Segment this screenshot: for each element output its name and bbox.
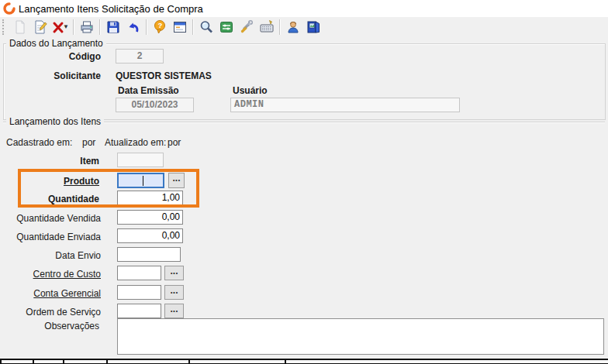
quantidade-vendida-label: Quantidade Vendida xyxy=(0,213,101,224)
help-button[interactable]: ? xyxy=(150,18,170,36)
text-caret xyxy=(143,176,143,186)
atualizado-por-label: por xyxy=(168,137,181,148)
help-icon: ? xyxy=(152,19,168,35)
window-title: Lançamento Itens Solicitação de Compra xyxy=(19,3,203,15)
toolbar-separator xyxy=(99,19,101,35)
itens-groupbox-caption: Lançamento dos Itens xyxy=(6,116,104,127)
quantidade-input[interactable]: 1,00 xyxy=(117,191,183,205)
form-window-button[interactable] xyxy=(170,18,190,36)
tools-icon xyxy=(239,19,254,35)
grid-header-strip[interactable] xyxy=(0,359,608,364)
new-document-icon xyxy=(12,19,28,35)
edit-document-icon xyxy=(33,19,48,35)
app-window: Lançamento Itens Solicitação de Compra ▼ xyxy=(0,0,608,364)
observacoes-textarea[interactable] xyxy=(117,318,604,355)
search-icon xyxy=(199,19,214,35)
grid-column-divider xyxy=(106,360,108,363)
cadastrado-por-label: por xyxy=(82,137,95,148)
quantidade-enviada-label: Quantidade Enviada xyxy=(0,232,101,242)
toolbar-separator xyxy=(279,19,281,35)
grid-column-divider xyxy=(33,360,34,363)
grid-column-divider xyxy=(63,360,64,363)
quantidade-enviada-input[interactable]: 0,00 xyxy=(117,228,183,243)
observacoes-label: Observações xyxy=(0,321,99,331)
toolbar-separator xyxy=(146,19,147,35)
toolbar-separator xyxy=(192,19,194,35)
quantidade-label: Quantidade xyxy=(0,194,99,204)
cadastrado-em-label: Cadastrado em: xyxy=(6,137,72,148)
user-icon xyxy=(285,19,301,35)
conta-gerencial-input[interactable] xyxy=(117,285,161,300)
quantidade-vendida-input[interactable]: 0,00 xyxy=(117,210,183,225)
delete-dropdown-caret-icon[interactable]: ▼ xyxy=(63,23,69,30)
item-label: Item xyxy=(0,156,99,167)
grid-column-divider xyxy=(285,360,286,363)
user-button[interactable] xyxy=(283,18,303,36)
data-emissao-label: Data Emissão xyxy=(118,85,179,96)
undo-button[interactable] xyxy=(123,18,143,36)
item-field xyxy=(117,153,164,167)
toolbar: ▼ xyxy=(0,17,608,36)
keyboard-icon xyxy=(259,19,275,35)
produto-browse-button[interactable]: ... xyxy=(168,173,185,188)
codigo-field: 2 xyxy=(116,49,164,64)
conta-gerencial-label: Conta Gerencial xyxy=(0,288,101,299)
codigo-label: Código xyxy=(0,51,101,62)
delete-button[interactable]: ▼ xyxy=(50,18,71,36)
tools-button[interactable] xyxy=(237,18,257,36)
ordem-de-servico-input[interactable] xyxy=(117,304,161,318)
save-button[interactable] xyxy=(103,18,123,36)
produto-input[interactable] xyxy=(117,173,164,188)
toolbar-separator xyxy=(73,19,74,35)
toolbar-grip[interactable] xyxy=(2,19,8,35)
form-window-icon xyxy=(172,19,188,35)
app-logo-icon xyxy=(3,2,16,17)
data-envio-label: Data Envio xyxy=(0,250,101,261)
exit-door-icon xyxy=(306,19,321,35)
title-bar: Lançamento Itens Solicitação de Compra xyxy=(0,0,608,17)
grid-column-divider xyxy=(188,360,190,363)
edit-document-button[interactable] xyxy=(30,18,50,36)
grid-column-divider xyxy=(0,360,2,363)
solicitante-label: Solicitante xyxy=(0,70,101,81)
preferences-button[interactable] xyxy=(216,18,237,36)
atualizado-em-label: Atualizado em: xyxy=(105,137,166,148)
usuario-label: Usuário xyxy=(233,85,268,96)
new-document-button[interactable] xyxy=(10,18,30,36)
exit-button[interactable] xyxy=(303,18,323,36)
produto-label: Produto xyxy=(0,176,99,187)
undo-icon xyxy=(126,19,141,35)
search-button[interactable] xyxy=(196,18,216,36)
usuario-field: ADMIN xyxy=(230,98,460,112)
centro-de-custo-label: Centro de Custo xyxy=(0,269,101,280)
keyboard-button[interactable] xyxy=(257,18,277,36)
save-icon xyxy=(105,19,121,35)
ordem-de-servico-browse-button[interactable]: ... xyxy=(164,304,184,318)
ordem-de-servico-label: Ordem de Serviço xyxy=(0,307,101,318)
data-envio-input[interactable] xyxy=(117,247,181,262)
centro-de-custo-browse-button[interactable]: ... xyxy=(164,266,184,280)
conta-gerencial-browse-button[interactable]: ... xyxy=(164,285,184,300)
data-emissao-field: 05/10/2023 xyxy=(116,98,194,112)
centro-de-custo-input[interactable] xyxy=(117,266,161,280)
preferences-icon xyxy=(219,19,234,35)
print-icon xyxy=(79,19,95,35)
solicitante-value: QUESTOR SISTEMAS xyxy=(116,70,212,81)
print-button[interactable] xyxy=(77,18,97,36)
svg-text:?: ? xyxy=(158,21,163,29)
dados-groupbox-caption: Dados do Lançamento xyxy=(6,38,106,49)
